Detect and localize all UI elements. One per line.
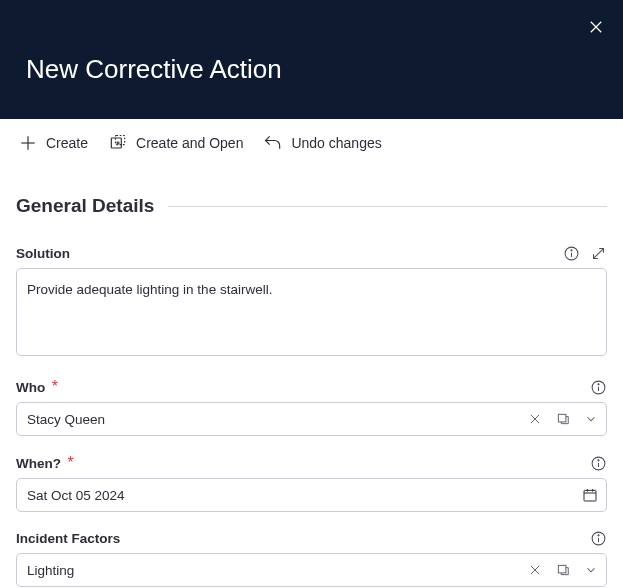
- undo-icon: [263, 133, 283, 153]
- who-clear-button[interactable]: [528, 412, 542, 426]
- create-and-open-label: Create and Open: [136, 135, 243, 151]
- close-button[interactable]: [587, 18, 605, 36]
- incident-factors-label: Incident Factors: [16, 531, 120, 546]
- calendar-icon: [582, 487, 598, 503]
- open-external-icon: [556, 563, 570, 577]
- undo-button[interactable]: Undo changes: [263, 133, 381, 153]
- when-info-button[interactable]: [590, 455, 607, 472]
- svg-line-11: [594, 249, 604, 259]
- who-open-button[interactable]: [556, 412, 570, 426]
- info-icon: [590, 455, 607, 472]
- form-content: General Details Solution Who *: [0, 195, 623, 588]
- section-title: General Details: [16, 195, 154, 217]
- toolbar: Create Create and Open Undo changes: [0, 119, 623, 167]
- incident-factors-info-button[interactable]: [590, 530, 607, 547]
- plus-icon: [18, 133, 38, 153]
- create-and-open-button[interactable]: Create and Open: [108, 133, 243, 153]
- solution-textarea[interactable]: [16, 268, 607, 356]
- close-icon: [528, 563, 542, 577]
- chevron-down-icon: [584, 563, 598, 577]
- solution-info-button[interactable]: [563, 245, 580, 262]
- open-new-icon: [108, 133, 128, 153]
- who-info-button[interactable]: [590, 379, 607, 396]
- svg-point-14: [598, 383, 599, 384]
- incident-factors-open-button[interactable]: [556, 563, 570, 577]
- field-who: Who * Stacy Queen: [16, 378, 607, 436]
- solution-expand-button[interactable]: [590, 245, 607, 262]
- info-icon: [590, 379, 607, 396]
- svg-point-20: [598, 459, 599, 460]
- when-value: Sat Oct 05 2024: [27, 488, 582, 503]
- close-icon: [528, 412, 542, 426]
- svg-point-10: [571, 250, 572, 251]
- who-dropdown-button[interactable]: [584, 412, 598, 426]
- open-external-icon: [556, 412, 570, 426]
- solution-label: Solution: [16, 246, 70, 261]
- required-marker: *: [67, 454, 73, 471]
- required-marker: *: [52, 378, 58, 395]
- create-button[interactable]: Create: [18, 133, 88, 153]
- section-general-details: General Details: [16, 195, 607, 217]
- undo-label: Undo changes: [291, 135, 381, 151]
- when-date-input[interactable]: Sat Oct 05 2024: [16, 478, 607, 512]
- incident-factors-value: Lighting: [27, 563, 518, 578]
- svg-rect-17: [558, 414, 566, 422]
- create-label: Create: [46, 135, 88, 151]
- who-select[interactable]: Stacy Queen: [16, 402, 607, 436]
- incident-factors-dropdown-button[interactable]: [584, 563, 598, 577]
- incident-factors-select[interactable]: Lighting: [16, 553, 607, 587]
- info-icon: [563, 245, 580, 262]
- expand-icon: [590, 245, 607, 262]
- modal-header: New Corrective Action: [0, 0, 623, 119]
- who-value: Stacy Queen: [27, 412, 518, 427]
- info-icon: [590, 530, 607, 547]
- page-title: New Corrective Action: [26, 54, 282, 85]
- incident-factors-clear-button[interactable]: [528, 563, 542, 577]
- field-solution: Solution: [16, 245, 607, 360]
- field-when: When? * Sat Oct 05 2024: [16, 454, 607, 512]
- close-icon: [587, 18, 605, 36]
- svg-rect-36: [558, 565, 566, 573]
- svg-rect-21: [584, 490, 596, 501]
- divider: [168, 206, 607, 207]
- calendar-button[interactable]: [582, 487, 598, 503]
- svg-point-33: [598, 535, 599, 536]
- field-incident-factors: Incident Factors Lighting: [16, 530, 607, 587]
- who-label: Who: [16, 380, 45, 395]
- when-label: When?: [16, 456, 61, 471]
- chevron-down-icon: [584, 412, 598, 426]
